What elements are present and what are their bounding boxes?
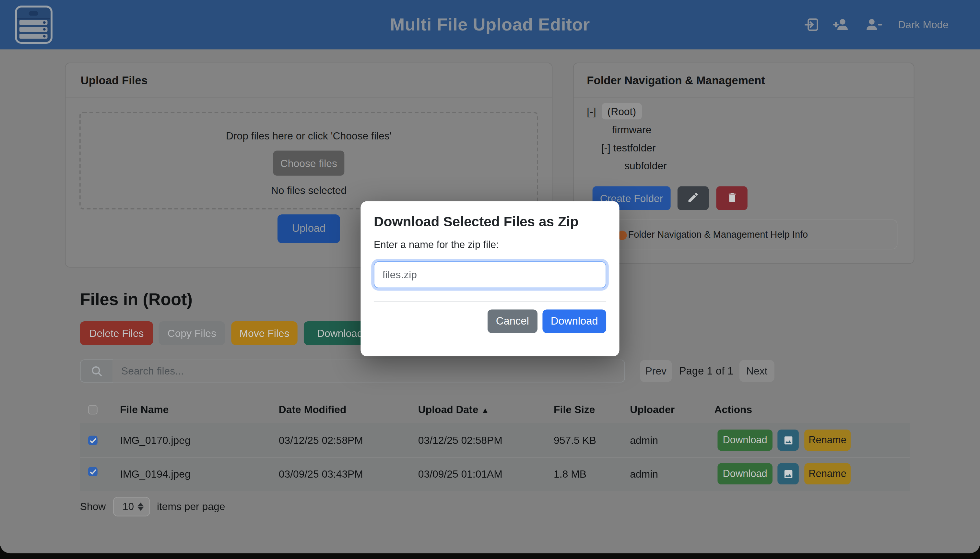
- folder-card-title: Folder Navigation & Management: [574, 63, 914, 98]
- tree-item-subfolder[interactable]: subfolder: [625, 157, 667, 175]
- items-per-page-select[interactable]: 10: [113, 497, 150, 516]
- col-header-file-size[interactable]: File Size: [554, 404, 595, 416]
- delete-folder-button[interactable]: [716, 187, 747, 210]
- row-checkbox[interactable]: [88, 436, 98, 445]
- delete-files-button[interactable]: Delete Files: [80, 321, 153, 345]
- pencil-icon: [687, 191, 699, 203]
- tree-expander[interactable]: [-]: [587, 106, 596, 117]
- row-rename-button[interactable]: Rename: [804, 463, 851, 485]
- trash-icon: [726, 191, 738, 203]
- select-all-checkbox[interactable]: [88, 405, 98, 414]
- items-per-page-suffix: items per page: [157, 501, 225, 513]
- cell-date-modified: 03/09/25 03:43PM: [279, 468, 363, 480]
- search-icon: [91, 365, 103, 378]
- col-header-date-modified[interactable]: Date Modified: [279, 404, 347, 416]
- prev-page-button[interactable]: Prev: [640, 360, 672, 382]
- row-download-button[interactable]: Download: [717, 463, 773, 485]
- row-checkbox[interactable]: [88, 467, 98, 476]
- screen: Multi File Upload Editor: [0, 0, 980, 559]
- cell-file-name: IMG_0194.jpeg: [120, 468, 191, 480]
- tree-label-testfolder: testfolder: [613, 142, 656, 153]
- modal-divider: [374, 301, 606, 302]
- files-heading: Files in (Root): [80, 290, 193, 310]
- login-icon[interactable]: [804, 17, 820, 32]
- search-input[interactable]: [112, 360, 625, 383]
- no-files-text: No files selected: [81, 185, 537, 197]
- cell-upload-date: 03/09/25 01:01AM: [418, 468, 502, 480]
- tree-label-subfolder: subfolder: [625, 160, 667, 172]
- row-rename-button[interactable]: Rename: [804, 429, 851, 451]
- cell-file-name: IMG_0170.jpeg: [120, 435, 191, 447]
- next-page-button[interactable]: Next: [739, 360, 775, 382]
- navbar: Multi File Upload Editor: [0, 0, 980, 49]
- folder-help-box: Folder Navigation & Management Help Info: [583, 220, 897, 250]
- download-zip-modal: Download Selected Files as Zip Enter a n…: [360, 201, 619, 356]
- choose-files-button[interactable]: Choose files: [273, 151, 344, 176]
- stepper-down-icon: [137, 507, 144, 511]
- col-header-uploader[interactable]: Uploader: [630, 404, 674, 416]
- folder-nav-card: Folder Navigation & Management [-] (Root…: [573, 63, 914, 264]
- tree-label-root[interactable]: (Root): [602, 103, 641, 119]
- col-header-file-name[interactable]: File Name: [120, 404, 169, 416]
- move-files-button[interactable]: Move Files: [231, 321, 297, 345]
- file-dropzone[interactable]: Drop files here or click 'Choose files' …: [79, 112, 538, 210]
- cell-date-modified: 03/12/25 02:58PM: [279, 435, 363, 447]
- row-preview-button[interactable]: [777, 429, 799, 451]
- stepper-up-icon: [137, 503, 144, 506]
- cell-file-size: 1.8 MB: [554, 468, 587, 480]
- dark-mode-toggle[interactable]: Dark Mode: [898, 19, 949, 31]
- add-user-icon[interactable]: [833, 17, 849, 32]
- upload-card-title: Upload Files: [66, 63, 552, 98]
- tree-label-firmware: firmware: [612, 124, 651, 135]
- rename-folder-button[interactable]: [678, 187, 709, 210]
- upload-button[interactable]: Upload: [278, 214, 340, 243]
- tree-expander[interactable]: [-]: [602, 142, 610, 153]
- tree-item-firmware[interactable]: firmware: [612, 121, 651, 139]
- tree-item-root[interactable]: [-] (Root): [587, 103, 641, 121]
- folder-help-text: Folder Navigation & Management Help Info: [628, 220, 808, 249]
- dropzone-text: Drop files here or click 'Choose files': [81, 130, 537, 142]
- modal-download-button[interactable]: Download: [542, 309, 606, 333]
- folder-card-header: Folder Navigation & Management: [574, 63, 914, 98]
- app-window: Multi File Upload Editor: [0, 0, 980, 553]
- page-info: Page 1 of 1: [678, 360, 735, 382]
- upload-card-header: Upload Files: [66, 63, 552, 98]
- col-header-upload-date[interactable]: Upload Date ▲: [418, 404, 489, 416]
- modal-cancel-button[interactable]: Cancel: [488, 309, 537, 333]
- items-per-page-value: 10: [122, 501, 134, 513]
- copy-files-button[interactable]: Copy Files: [159, 321, 225, 345]
- image-icon: [783, 468, 793, 479]
- tree-item-testfolder[interactable]: [-] testfolder: [602, 139, 656, 157]
- search-addon: [80, 360, 113, 383]
- remove-user-icon[interactable]: [866, 17, 882, 32]
- cell-upload-date: 03/12/25 02:58PM: [418, 435, 502, 447]
- show-label: Show: [80, 501, 106, 513]
- cell-uploader: admin: [630, 468, 658, 480]
- row-preview-button[interactable]: [777, 463, 799, 485]
- image-icon: [783, 435, 793, 445]
- row-divider: [80, 457, 910, 458]
- modal-prompt: Enter a name for the zip file:: [374, 239, 499, 251]
- cell-uploader: admin: [630, 435, 658, 447]
- row-download-button[interactable]: Download: [717, 429, 773, 451]
- modal-title: Download Selected Files as Zip: [374, 214, 578, 230]
- zip-name-input[interactable]: [374, 261, 606, 288]
- col-header-actions: Actions: [714, 404, 752, 416]
- sort-asc-icon: ▲: [481, 406, 489, 415]
- cell-file-size: 957.5 KB: [554, 435, 596, 447]
